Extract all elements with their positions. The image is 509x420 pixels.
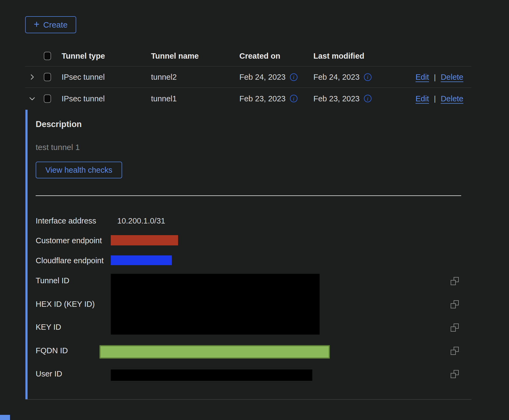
table-header-row: Tunnel type Tunnel name Created on Last … bbox=[25, 45, 471, 66]
info-icon[interactable]: i bbox=[364, 73, 371, 81]
tunnel-ids-redaction bbox=[111, 274, 320, 335]
tunnel-name-cell: tunnel1 bbox=[151, 94, 177, 103]
clipped-blue-element bbox=[0, 415, 10, 420]
edit-link[interactable]: Edit bbox=[416, 73, 429, 82]
action-separator: | bbox=[434, 94, 436, 103]
copy-icon-front bbox=[451, 280, 456, 285]
delete-link[interactable]: Delete bbox=[441, 94, 463, 103]
tunnel-type-cell: IPsec tunnel bbox=[62, 73, 105, 82]
description-text: test tunnel 1 bbox=[36, 143, 80, 152]
edit-link[interactable]: Edit bbox=[416, 94, 429, 103]
row-checkbox[interactable] bbox=[44, 73, 51, 81]
chevron-down-icon[interactable] bbox=[27, 95, 37, 103]
delete-link[interactable]: Delete bbox=[441, 73, 463, 82]
tunnel-type-cell: IPsec tunnel bbox=[62, 94, 105, 103]
copy-icon-front bbox=[451, 303, 456, 308]
user-id-redaction bbox=[111, 369, 312, 381]
fqdn-id-label: FQDN ID bbox=[36, 346, 68, 355]
copy-icon[interactable] bbox=[451, 277, 459, 285]
view-health-checks-label: View health checks bbox=[45, 166, 112, 175]
last-modified-value: Feb 24, 2023 bbox=[313, 73, 360, 82]
tunnel-name-cell: tunnel2 bbox=[151, 73, 177, 82]
copy-icon[interactable] bbox=[451, 324, 459, 332]
interface-address-label: Interface address bbox=[36, 216, 96, 225]
description-label: Description bbox=[36, 119, 82, 129]
tunnel-id-label: Tunnel ID bbox=[36, 276, 69, 285]
header-tunnel-name: Tunnel name bbox=[151, 51, 199, 60]
customer-endpoint-redaction bbox=[111, 235, 178, 245]
copy-icon-front bbox=[451, 373, 456, 378]
plus-icon: + bbox=[34, 19, 39, 29]
create-button[interactable]: + Create bbox=[25, 16, 76, 33]
copy-icon[interactable] bbox=[451, 300, 459, 308]
created-on-value: Feb 23, 2023 bbox=[239, 94, 286, 103]
table-row: IPsec tunnel tunnel2 Feb 24, 2023 i Feb … bbox=[25, 66, 471, 88]
view-health-checks-button[interactable]: View health checks bbox=[36, 162, 122, 178]
cloudflare-endpoint-label: Cloudflare endpoint bbox=[36, 256, 104, 265]
header-tunnel-type: Tunnel type bbox=[62, 51, 105, 60]
interface-address-value: 10.200.1.0/31 bbox=[117, 216, 165, 225]
created-on-value: Feb 24, 2023 bbox=[239, 73, 286, 82]
header-created-on: Created on bbox=[239, 51, 280, 60]
fqdn-id-redaction bbox=[99, 345, 330, 359]
info-icon[interactable]: i bbox=[364, 95, 371, 102]
table-bottom-divider bbox=[25, 399, 471, 400]
tunnel-table: Tunnel type Tunnel name Created on Last … bbox=[25, 45, 471, 109]
action-separator: | bbox=[434, 73, 436, 81]
copy-icon[interactable] bbox=[451, 370, 459, 378]
info-icon[interactable]: i bbox=[290, 95, 297, 102]
panel-divider bbox=[36, 195, 461, 196]
create-button-label: Create bbox=[43, 20, 68, 29]
user-id-label: User ID bbox=[36, 369, 62, 378]
expanded-row-indicator-bar bbox=[25, 110, 28, 399]
key-id-label: KEY ID bbox=[36, 323, 61, 332]
customer-endpoint-label: Customer endpoint bbox=[36, 236, 102, 245]
row-checkbox[interactable] bbox=[44, 94, 51, 103]
copy-icon[interactable] bbox=[451, 347, 459, 355]
cloudflare-endpoint-redaction bbox=[111, 255, 172, 265]
copy-icon-front bbox=[451, 326, 456, 332]
hex-id-label: HEX ID (KEY ID) bbox=[36, 300, 95, 309]
chevron-right-icon[interactable] bbox=[27, 73, 37, 81]
table-row: IPsec tunnel tunnel1 Feb 23, 2023 i Feb … bbox=[25, 88, 471, 109]
header-last-modified: Last modified bbox=[313, 51, 364, 60]
copy-icon-front bbox=[451, 350, 456, 355]
info-icon[interactable]: i bbox=[290, 73, 297, 81]
last-modified-value: Feb 23, 2023 bbox=[313, 94, 360, 103]
select-all-checkbox[interactable] bbox=[44, 52, 51, 60]
